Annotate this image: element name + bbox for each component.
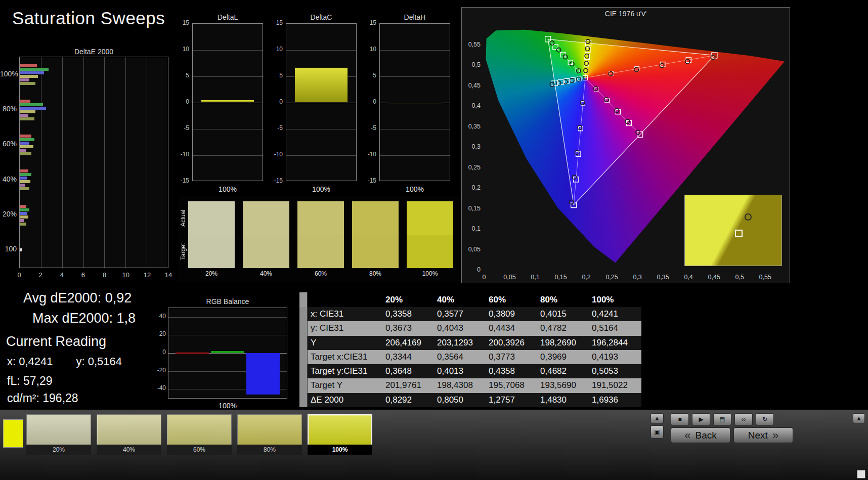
spin-up-button[interactable]: ▲ [650, 413, 664, 423]
corner-checkbox[interactable] [857, 470, 865, 478]
gridline [62, 57, 63, 268]
cie-title: CIE 1976 u'v' [462, 10, 790, 18]
table-cell: 196,2844 [589, 336, 640, 350]
loop-button[interactable]: ∞ [734, 413, 753, 425]
scroll-up-icon: ▲ [856, 415, 862, 422]
table-cell: 0,4782 [537, 321, 589, 335]
actual-swatch [297, 201, 344, 235]
table-row-label: Target Y [308, 378, 382, 392]
table-cell: 0,4358 [486, 364, 537, 378]
patch-button-60%[interactable]: 60% [167, 414, 232, 455]
next-chevron-icon: » [772, 430, 778, 441]
table-cell: 206,4169 [382, 336, 434, 350]
table-cell: 0,4015 [537, 307, 589, 321]
delta-chart-plot [379, 23, 450, 181]
table-row-label: y: CIE31 [308, 321, 382, 335]
pattern-window-icon: ▣ [654, 428, 660, 435]
inset-measured-marker [745, 213, 752, 221]
delta-x-label: 100% [192, 185, 263, 193]
refresh-button[interactable]: ↻ [756, 413, 774, 425]
de-bar [20, 177, 27, 180]
de-group-label: 60% [0, 140, 17, 148]
rgb-y-tick: 40 [152, 313, 166, 320]
cie-y-tick: 0,3 [472, 143, 481, 150]
play-button[interactable]: ▶ [692, 413, 710, 425]
table-header-cell: 40% [434, 292, 486, 307]
table-row: Target Y201,9761198,4308195,7068193,5690… [299, 378, 641, 392]
cie-panel: CIE 1976 u'v' 00,050,10,150,20,250,30,35… [461, 7, 790, 283]
de-bar [20, 107, 46, 110]
de-bar [20, 248, 22, 251]
de-bar [20, 169, 28, 172]
gridline [380, 155, 450, 156]
delta-y-tick: 10 [264, 46, 283, 53]
table-header-row: 20%40%60%80%100% [299, 292, 641, 307]
rgb-bar-green [211, 351, 244, 353]
next-button[interactable]: Next» [733, 427, 793, 443]
table-cell: 1,6936 [589, 393, 640, 407]
patch-swatch [97, 414, 161, 445]
rgb-y-tick: -40 [152, 384, 166, 391]
cie-y-tick: 0,15 [468, 205, 481, 212]
rgb-y-tick: 20 [152, 330, 166, 337]
de-group-label: 20% [0, 210, 17, 218]
cie-x-tick: 0,1 [531, 274, 539, 281]
delta-y-tick: -15 [264, 177, 283, 184]
table-row-label: Target x:CIE31 [308, 350, 382, 364]
swatch-label: 80% [352, 270, 399, 277]
delta-chart-plot [192, 23, 263, 181]
de-bar [20, 68, 49, 71]
pattern-window-button[interactable]: ▣ [650, 425, 664, 439]
patch-button-40%[interactable]: 40% [97, 414, 161, 455]
de-bar [20, 215, 28, 219]
target-swatch [352, 235, 399, 268]
delta-y-tick: 10 [357, 46, 376, 53]
current-patch-indicator [3, 419, 23, 448]
back-button[interactable]: «Back [671, 427, 730, 443]
swatch-label: 40% [243, 270, 289, 277]
patch-button-20%[interactable]: 20% [26, 414, 91, 455]
x-reading: x: 0,4241 [7, 355, 53, 368]
delta-bar [294, 67, 348, 103]
gridline [380, 76, 450, 77]
max-de2000-reading: Max dE2000: 1,8 [32, 311, 136, 326]
table-row-strip [299, 364, 308, 378]
scroll-up-button[interactable]: ▲ [853, 413, 865, 423]
table-cell: 0,3773 [486, 350, 537, 364]
table-cell: 0,3648 [382, 364, 434, 378]
gridline [380, 129, 450, 129]
stop-button[interactable]: ■ [671, 413, 689, 425]
xy-reading: x: 0,4241y: 0,5164 [7, 355, 122, 368]
patch-button-100%[interactable]: 100% [308, 414, 372, 455]
table-cell: 0,5164 [589, 321, 640, 335]
patch-button-80%[interactable]: 80% [237, 414, 302, 455]
de-x-tick: 10 [120, 271, 132, 279]
table-row-strip [299, 393, 308, 407]
table-cell: 1,4830 [537, 393, 589, 407]
display-button[interactable]: ▤ [713, 413, 731, 425]
target-swatch [243, 235, 289, 268]
de-bar [20, 212, 27, 215]
swatch-label: 20% [188, 270, 235, 277]
gridline [286, 103, 356, 103]
delta-chart-title: DeltaC [286, 13, 357, 21]
delta-bar [388, 103, 442, 104]
delta-y-tick: -5 [264, 124, 283, 132]
patch-label: 80% [237, 445, 302, 455]
table-row-label: Target y:CIE31 [308, 364, 382, 378]
rgb-plot [168, 308, 287, 399]
inset-target-marker [735, 230, 743, 237]
delta-x-label: 100% [286, 185, 357, 193]
de-group-label: 40% [0, 175, 17, 183]
rgb-y-tick: 0 [152, 348, 166, 356]
cie-x-tick: 0,15 [554, 274, 567, 281]
de-group-label: 80% [0, 105, 17, 113]
de-bar [20, 145, 33, 148]
target-swatch [297, 235, 344, 268]
rgb-title: RGB Balance [168, 297, 287, 306]
de-bar [20, 152, 31, 155]
table-cell: 0,3969 [537, 350, 589, 364]
table-cell: 0,8292 [382, 393, 434, 407]
de-bar [20, 180, 30, 183]
cie-x-tick: 0,25 [605, 274, 618, 281]
